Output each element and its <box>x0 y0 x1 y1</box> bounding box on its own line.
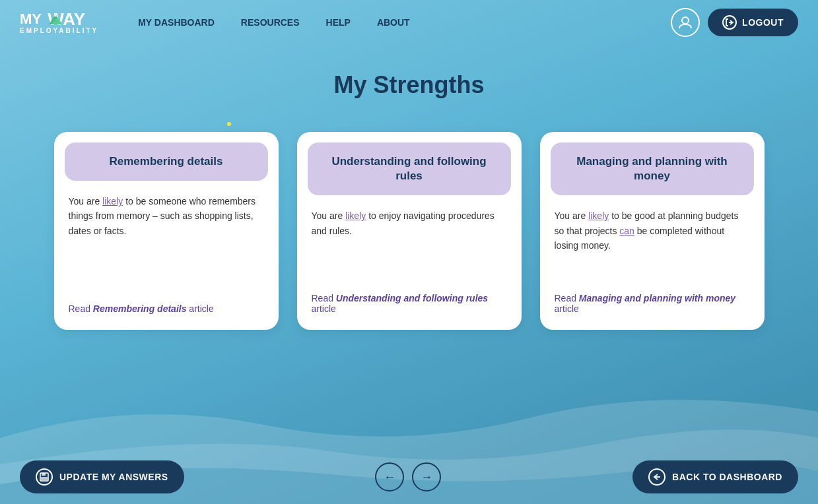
strength-cards: Remembering details You are likely to be… <box>0 132 818 330</box>
save-icon <box>36 468 53 486</box>
page-title: My Strengths <box>333 71 484 99</box>
bottom-bar: UPDATE MY ANSWERS ← → BACK TO DASHBOARD <box>0 450 818 504</box>
highlight-likely-3: likely <box>588 210 609 221</box>
update-answers-label: UPDATE MY ANSWERS <box>59 472 168 482</box>
card-rules-link-suffix: article <box>312 303 336 314</box>
card-money-link-prefix: Read <box>555 293 579 303</box>
svg-rect-6 <box>42 473 46 476</box>
nav-dashboard[interactable]: MY DASHBOARD <box>138 17 215 28</box>
floppy-disk-icon <box>40 472 49 482</box>
card-money-link-text: Managing and planning with money <box>579 293 735 303</box>
card-money-body: You are likely to be good at planning bu… <box>540 195 765 282</box>
update-answers-button[interactable]: UPDATE MY ANSWERS <box>20 460 184 493</box>
card-remembering-link-prefix: Read <box>69 303 93 314</box>
logout-icon <box>722 15 737 30</box>
logo: MY WAY EMPLOYABILITY <box>20 11 98 34</box>
nav-resources[interactable]: RESOURCES <box>241 17 300 28</box>
card-rules-title: Understanding and following rules <box>331 155 486 182</box>
card-remembering-body: You are likely to be someone who remembe… <box>54 181 279 293</box>
svg-rect-7 <box>41 477 48 480</box>
back-icon <box>648 468 665 486</box>
logout-arrow-icon <box>725 18 734 27</box>
user-profile-button[interactable] <box>671 8 700 37</box>
svg-marker-2 <box>54 14 57 16</box>
card-rules-link-text: Understanding and following rules <box>336 293 488 303</box>
highlight-can: can <box>619 226 634 236</box>
logo-mountain-icon <box>46 11 65 26</box>
prev-button[interactable]: ← <box>375 462 404 491</box>
highlight-likely-2: likely <box>345 210 366 221</box>
card-money: Managing and planning with money You are… <box>540 132 765 330</box>
main-nav: MY DASHBOARD RESOURCES HELP ABOUT <box>138 17 671 28</box>
logo-employability-text: EMPLOYABILITY <box>20 28 98 34</box>
card-rules-link-prefix: Read <box>312 293 336 303</box>
logout-label: LOGOUT <box>742 17 784 28</box>
svg-point-3 <box>682 17 689 24</box>
card-remembering-link[interactable]: Read Remembering details article <box>54 293 279 314</box>
card-remembering-header: Remembering details <box>65 142 268 181</box>
card-money-header: Managing and planning with money <box>551 142 754 195</box>
card-money-title: Managing and planning with money <box>576 155 728 182</box>
card-remembering-link-suffix: article <box>186 303 213 314</box>
card-rules-header: Understanding and following rules <box>308 142 511 195</box>
card-rules-link[interactable]: Read Understanding and following rules a… <box>297 282 522 314</box>
back-to-dashboard-button[interactable]: BACK TO DASHBOARD <box>632 460 798 493</box>
header-right: LOGOUT <box>671 8 798 37</box>
nav-arrows: ← → <box>375 462 441 491</box>
user-icon <box>678 15 693 30</box>
back-arrow-icon <box>652 472 662 482</box>
card-money-link-suffix: article <box>555 303 579 314</box>
card-remembering-title: Remembering details <box>110 155 223 168</box>
nav-about[interactable]: ABOUT <box>377 17 410 28</box>
highlight-likely-1: likely <box>102 196 123 206</box>
logout-button[interactable]: LOGOUT <box>708 9 798 36</box>
card-rules: Understanding and following rules You ar… <box>297 132 522 330</box>
card-remembering: Remembering details You are likely to be… <box>54 132 279 330</box>
card-remembering-link-text: Remembering details <box>93 303 187 314</box>
next-button[interactable]: → <box>412 462 441 491</box>
main-content: My Strengths Remembering details You are… <box>0 45 818 330</box>
nav-help[interactable]: HELP <box>326 17 351 28</box>
logo-my-text: MY <box>20 12 42 26</box>
header: MY WAY EMPLOYABILITY MY DASHBOARD RESOUR… <box>0 0 818 45</box>
card-rules-body: You are likely to enjoy navigating proce… <box>297 195 522 282</box>
back-to-dashboard-label: BACK TO DASHBOARD <box>672 472 782 482</box>
card-money-link[interactable]: Read Managing and planning with money ar… <box>540 282 765 314</box>
